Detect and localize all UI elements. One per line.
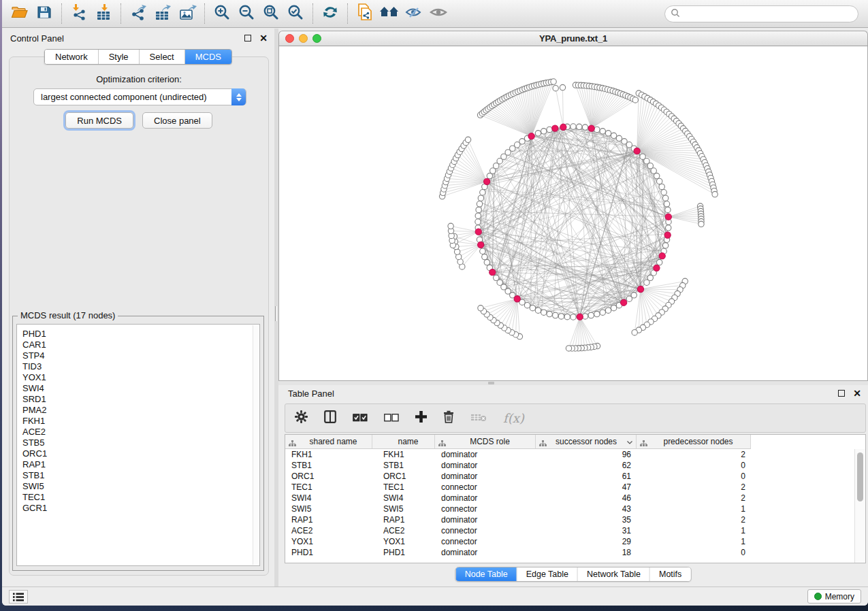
network-node[interactable] bbox=[594, 311, 600, 316]
network-node[interactable] bbox=[662, 243, 668, 248]
table-row[interactable]: FKH1FKH1dominator962 bbox=[285, 449, 854, 460]
network-node[interactable] bbox=[478, 306, 483, 311]
table-row[interactable]: ORC1ORC1dominator610 bbox=[285, 471, 854, 482]
result-node-item[interactable]: SWI4 bbox=[22, 383, 259, 394]
result-node-item[interactable]: FKH1 bbox=[22, 416, 259, 427]
tab-network-table[interactable]: Network Table bbox=[578, 567, 650, 581]
network-node[interactable] bbox=[605, 308, 611, 313]
mcds-node[interactable] bbox=[478, 242, 484, 248]
mcds-node[interactable] bbox=[514, 296, 520, 302]
mcds-node[interactable] bbox=[560, 124, 566, 130]
table-scrollbar-thumb[interactable] bbox=[857, 452, 863, 501]
result-node-item[interactable]: PHD1 bbox=[22, 329, 259, 340]
result-node-item[interactable]: SWI5 bbox=[22, 481, 259, 492]
import-network-button[interactable] bbox=[67, 3, 91, 24]
network-node[interactable] bbox=[666, 225, 671, 231]
mcds-node[interactable] bbox=[484, 178, 490, 184]
result-node-item[interactable]: STP4 bbox=[22, 350, 259, 361]
result-node-item[interactable]: ORC1 bbox=[22, 448, 259, 459]
tab-style[interactable]: Style bbox=[99, 50, 140, 64]
network-node[interactable] bbox=[588, 312, 594, 318]
network-node[interactable] bbox=[524, 302, 530, 308]
table-row[interactable]: TEC1TEC1connector472 bbox=[285, 482, 854, 493]
show-all-button[interactable] bbox=[426, 3, 451, 24]
column-header-name[interactable]: name bbox=[372, 435, 435, 448]
network-node[interactable] bbox=[664, 201, 669, 207]
table-row[interactable]: ACE2ACE2connector311 bbox=[285, 525, 854, 536]
network-node[interactable] bbox=[519, 139, 525, 144]
tab-mcds[interactable]: MCDS bbox=[185, 50, 231, 64]
network-node[interactable] bbox=[600, 310, 605, 315]
network-node[interactable] bbox=[478, 195, 483, 201]
network-node[interactable] bbox=[651, 168, 656, 174]
save-session-button[interactable] bbox=[32, 3, 57, 24]
search-input[interactable] bbox=[680, 7, 858, 21]
network-node[interactable] bbox=[476, 207, 481, 212]
deselect-all-button[interactable] bbox=[384, 412, 399, 425]
network-node[interactable] bbox=[656, 259, 662, 265]
column-header-predecessor-nodes[interactable]: predecessor nodes bbox=[637, 435, 751, 448]
run-mcds-button[interactable]: Run MCDS bbox=[65, 112, 133, 129]
clone-network-button[interactable] bbox=[353, 3, 377, 24]
network-node[interactable] bbox=[490, 168, 496, 174]
column-header-successor-nodes[interactable]: successor nodes bbox=[536, 435, 637, 448]
network-node[interactable] bbox=[594, 127, 600, 132]
network-node[interactable] bbox=[582, 125, 588, 130]
network-node[interactable] bbox=[659, 184, 664, 189]
zoom-selected-button[interactable] bbox=[283, 3, 308, 24]
mcds-node[interactable] bbox=[637, 286, 643, 292]
mcds-node[interactable] bbox=[489, 269, 496, 276]
network-node[interactable] bbox=[480, 190, 485, 195]
tab-edge-table[interactable]: Edge Table bbox=[517, 567, 578, 581]
open-file-button[interactable] bbox=[7, 3, 32, 24]
network-node[interactable] bbox=[566, 346, 571, 351]
column-header-MCDS-role[interactable]: MCDS role bbox=[435, 435, 536, 448]
network-node[interactable] bbox=[654, 173, 659, 178]
network-node[interactable] bbox=[611, 305, 616, 310]
network-node[interactable] bbox=[475, 219, 481, 225]
result-node-item[interactable]: SRD1 bbox=[22, 394, 259, 405]
network-node[interactable] bbox=[570, 314, 576, 320]
float-table-panel-button[interactable] bbox=[838, 390, 845, 397]
network-node[interactable] bbox=[465, 137, 470, 142]
tab-motifs[interactable]: Motifs bbox=[650, 567, 690, 581]
refresh-button[interactable] bbox=[318, 3, 342, 24]
close-panel-button[interactable]: Close panel bbox=[142, 112, 212, 129]
mcds-node[interactable] bbox=[665, 214, 671, 220]
network-node[interactable] bbox=[564, 314, 570, 320]
network-node[interactable] bbox=[547, 127, 552, 132]
result-node-item[interactable]: YOX1 bbox=[22, 372, 259, 383]
network-node[interactable] bbox=[622, 139, 627, 144]
result-node-item[interactable]: RAP1 bbox=[22, 459, 259, 470]
network-node[interactable] bbox=[551, 79, 556, 84]
column-header-shared-name[interactable]: shared name bbox=[285, 435, 372, 448]
mcds-node[interactable] bbox=[659, 253, 665, 259]
network-node[interactable] bbox=[553, 85, 558, 90]
show-columns-button[interactable] bbox=[324, 410, 336, 426]
result-node-item[interactable]: ACE2 bbox=[22, 427, 259, 437]
network-node[interactable] bbox=[541, 310, 547, 315]
table-row[interactable]: YOX1YOX1connector291 bbox=[285, 536, 854, 547]
network-node[interactable] bbox=[632, 329, 637, 335]
mcds-node[interactable] bbox=[588, 125, 594, 131]
network-node[interactable] bbox=[448, 223, 453, 229]
table-settings-button[interactable] bbox=[295, 410, 308, 426]
panel-menu-button[interactable] bbox=[9, 590, 28, 604]
criterion-dropdown[interactable]: largest connected component (undirected) bbox=[33, 88, 246, 105]
table-row[interactable]: SWI5SWI5connector431 bbox=[285, 503, 854, 514]
result-node-item[interactable]: TEC1 bbox=[22, 492, 259, 503]
memory-button[interactable]: Memory bbox=[807, 589, 861, 604]
table-row[interactable]: SWI4SWI4dominator462 bbox=[285, 493, 854, 503]
network-node[interactable] bbox=[647, 163, 653, 169]
network-node[interactable] bbox=[644, 280, 649, 285]
mcds-node[interactable] bbox=[552, 125, 558, 131]
network-canvas[interactable] bbox=[278, 46, 868, 381]
table-row[interactable]: RAP1RAP1dominator352 bbox=[285, 514, 854, 525]
import-table-button[interactable] bbox=[91, 3, 116, 24]
network-node[interactable] bbox=[482, 254, 487, 259]
network-node[interactable] bbox=[626, 296, 632, 301]
network-node[interactable] bbox=[477, 201, 482, 207]
result-node-item[interactable]: STB1 bbox=[22, 470, 259, 481]
network-node[interactable] bbox=[494, 275, 499, 280]
network-node[interactable] bbox=[553, 312, 558, 318]
